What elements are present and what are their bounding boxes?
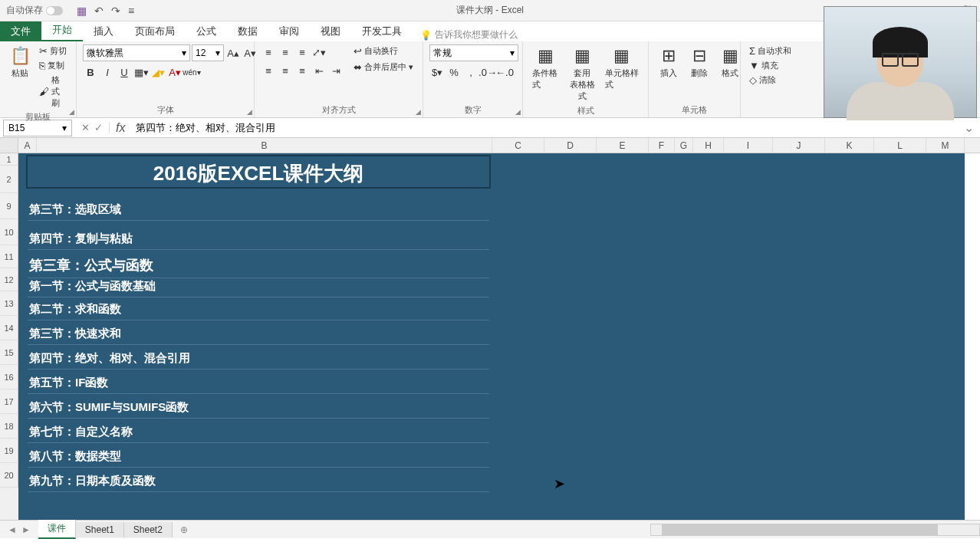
percent-button[interactable]: %: [446, 64, 462, 80]
format-painter-button[interactable]: 🖌格式刷: [37, 74, 70, 110]
col-header-H[interactable]: H: [693, 138, 724, 153]
horizontal-scrollbar[interactable]: [650, 524, 980, 536]
tab-insert[interactable]: 插入: [83, 21, 124, 41]
table-format-button[interactable]: ▦套用 表格格式: [565, 44, 598, 104]
col-header-I[interactable]: I: [724, 138, 773, 153]
row-header-16[interactable]: 16: [0, 365, 18, 389]
dialog-launcher-icon[interactable]: ◢: [515, 108, 521, 116]
col-header-J[interactable]: J: [773, 138, 825, 153]
cell-styles-button[interactable]: ▦单元格样式: [602, 44, 642, 92]
col-header-F[interactable]: F: [649, 138, 675, 153]
row-header-10[interactable]: 10: [0, 219, 18, 245]
italic-button[interactable]: I: [100, 64, 115, 80]
formula-input[interactable]: 第四节：绝对、相对、混合引用: [131, 121, 958, 135]
cond-format-button[interactable]: ▦条件格式: [529, 44, 562, 92]
cut-button[interactable]: ✂剪切: [37, 44, 70, 58]
decrease-decimal-button[interactable]: ←.0: [497, 64, 512, 80]
undo-icon[interactable]: ↶: [94, 5, 104, 17]
tab-file[interactable]: 文件: [0, 21, 41, 41]
tab-layout[interactable]: 页面布局: [124, 21, 186, 41]
paste-button[interactable]: 📋 粘贴: [6, 44, 34, 80]
dialog-launcher-icon[interactable]: ◢: [69, 108, 74, 116]
tab-formula[interactable]: 公式: [186, 21, 227, 41]
outline-item[interactable]: 第九节：日期本质及函数: [28, 469, 489, 492]
redo-icon[interactable]: ↷: [111, 5, 120, 17]
dialog-launcher-icon[interactable]: ◢: [247, 108, 252, 116]
indent-decrease-button[interactable]: ⇤: [311, 63, 327, 78]
phonetic-button[interactable]: wén▾: [184, 64, 199, 80]
font-name-select[interactable]: 微软雅黑▾: [83, 44, 190, 61]
sheet-nav-next-icon[interactable]: ►: [21, 524, 31, 535]
align-bottom-button[interactable]: ≡: [294, 44, 310, 60]
align-left-button[interactable]: ≡: [261, 63, 276, 78]
cancel-formula-icon[interactable]: ✕: [81, 122, 90, 133]
align-middle-button[interactable]: ≡: [278, 44, 293, 60]
outline-item[interactable]: 第八节：数据类型: [28, 445, 489, 468]
outline-item[interactable]: 第五节：IF函数: [28, 371, 489, 394]
add-sheet-button[interactable]: ⊕: [173, 524, 196, 535]
fx-icon[interactable]: fx: [110, 121, 131, 135]
save-icon[interactable]: ▦: [77, 5, 87, 17]
align-right-button[interactable]: ≡: [294, 63, 310, 78]
scroll-thumb[interactable]: [662, 524, 938, 535]
fill-color-button[interactable]: ◢▾: [150, 64, 166, 80]
col-header-G[interactable]: G: [675, 138, 693, 153]
font-size-select[interactable]: 12▾: [192, 44, 224, 61]
bold-button[interactable]: B: [83, 64, 98, 80]
tab-dev[interactable]: 开发工具: [351, 21, 413, 41]
row-header-15[interactable]: 15: [0, 340, 18, 365]
delete-cells-button[interactable]: ⊟删除: [686, 44, 713, 80]
align-center-button[interactable]: ≡: [278, 63, 293, 78]
sheet-tab-2[interactable]: Sheet1: [76, 522, 124, 537]
dialog-launcher-icon[interactable]: ◢: [416, 108, 421, 116]
col-header-A[interactable]: A: [18, 138, 37, 153]
autosave-toggle[interactable]: 自动保存: [0, 4, 69, 17]
col-header-C[interactable]: C: [492, 138, 544, 153]
row-header-11[interactable]: 11: [0, 245, 18, 268]
col-header-L[interactable]: L: [874, 138, 926, 153]
outline-item[interactable]: 第三节：快速求和: [28, 322, 489, 345]
autosum-button[interactable]: Σ自动求和: [747, 44, 794, 58]
sheet-nav-prev-icon[interactable]: ◄: [8, 524, 17, 535]
orientation-button[interactable]: ⤢▾: [311, 44, 327, 60]
format-cells-button[interactable]: ▦格式: [716, 44, 744, 80]
sheet-tab-3[interactable]: Sheet2: [124, 522, 173, 537]
col-header-B[interactable]: B: [37, 138, 492, 153]
clear-button[interactable]: ◇清除: [747, 74, 778, 87]
copy-button[interactable]: ⎘复制: [37, 59, 70, 72]
row-header-18[interactable]: 18: [0, 414, 18, 439]
row-header-14[interactable]: 14: [0, 316, 18, 340]
underline-button[interactable]: U: [117, 64, 132, 80]
enter-formula-icon[interactable]: ✓: [94, 122, 103, 133]
qat-more-icon[interactable]: ≡: [128, 5, 134, 17]
tab-view[interactable]: 视图: [310, 21, 351, 41]
row-header-17[interactable]: 17: [0, 389, 18, 414]
merge-center-button[interactable]: ⬌合并后居中▾: [351, 61, 416, 74]
font-color-button[interactable]: A▾: [167, 64, 183, 80]
align-top-button[interactable]: ≡: [261, 44, 276, 60]
accounting-button[interactable]: $▾: [429, 64, 445, 80]
outline-item[interactable]: 第二节：求和函数: [28, 297, 489, 320]
outline-item[interactable]: 第七节：自定义名称: [28, 420, 489, 443]
expand-formula-icon[interactable]: ⌄: [958, 120, 980, 135]
number-format-select[interactable]: 常规▾: [429, 44, 518, 61]
tab-data[interactable]: 数据: [227, 21, 268, 41]
insert-cells-button[interactable]: ⊞插入: [655, 44, 682, 80]
col-header-M[interactable]: M: [926, 138, 965, 153]
tell-me-box[interactable]: 💡 告诉我你想要做什么: [413, 28, 525, 41]
increase-decimal-button[interactable]: .0→: [480, 64, 495, 80]
row-header-19[interactable]: 19: [0, 439, 18, 463]
border-button[interactable]: ▦▾: [133, 64, 149, 80]
outline-item[interactable]: 第四节：复制与粘贴: [28, 227, 489, 250]
comma-button[interactable]: ,: [463, 64, 478, 80]
row-header-20[interactable]: 20: [0, 463, 18, 488]
indent-increase-button[interactable]: ⇥: [328, 63, 344, 78]
row-header-9[interactable]: 9: [0, 193, 18, 219]
row-header-12[interactable]: 12: [0, 268, 18, 291]
fill-button[interactable]: ▼填充: [747, 59, 781, 72]
row-header-1[interactable]: 1: [0, 153, 18, 166]
tab-home[interactable]: 开始: [41, 20, 83, 41]
col-header-D[interactable]: D: [544, 138, 597, 153]
wrap-text-button[interactable]: ↩自动换行: [351, 44, 416, 58]
outline-item[interactable]: 第一节：公式与函数基础: [28, 274, 489, 297]
